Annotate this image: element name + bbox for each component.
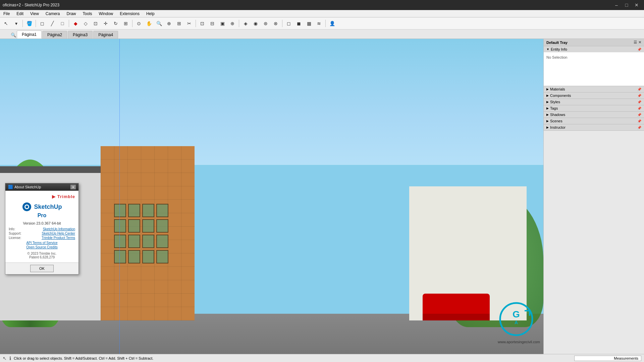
tab-page4[interactable]: Página4 xyxy=(93,31,118,39)
toolbar: ↖ ▾ 🪣 ◻ ╱ □ ◆ ◇ ⊡ ✛ ↻ ⊞ ⊙ ✋ 🔍 ⊕ ⊞ ✂ ⊡ ⊟ … xyxy=(0,17,644,29)
window-8 xyxy=(156,219,168,233)
scene-windows xyxy=(114,204,168,263)
pan-tool[interactable]: ✋ xyxy=(144,19,154,28)
orbit-tool[interactable]: ⊙ xyxy=(134,19,144,28)
zoom-extents-tool[interactable]: ⊞ xyxy=(174,19,184,28)
about-support-row: Support: SketchUp Help Center xyxy=(9,232,75,235)
sketchup-logo-icon xyxy=(22,202,32,212)
scale-tool[interactable]: ⊡ xyxy=(91,19,100,28)
component-tool[interactable]: ⊡ xyxy=(198,19,207,28)
extension-manager-tool[interactable]: ⊕ xyxy=(228,19,237,28)
menu-draw[interactable]: Draw xyxy=(63,10,79,17)
scene-building-roof xyxy=(0,166,104,173)
move-tool[interactable]: ✛ xyxy=(101,19,110,28)
styles-header[interactable]: ▶ Styles 📌 xyxy=(544,99,644,105)
tab-page2[interactable]: Página2 xyxy=(42,31,67,39)
tags-header[interactable]: ▶ Tags 📌 xyxy=(544,105,644,111)
about-version: Version 23.0.367 64-bit xyxy=(9,221,75,225)
offset-tool[interactable]: ⊞ xyxy=(121,19,130,28)
solid-tools-4[interactable]: ⊗ xyxy=(271,19,280,28)
style-mode-4[interactable]: ≋ xyxy=(314,19,324,28)
entity-info-label: Entity Info xyxy=(551,47,567,51)
style-mode-2[interactable]: ◼ xyxy=(294,19,304,28)
window-3 xyxy=(142,204,154,217)
section-cut-tool[interactable]: ✂ xyxy=(184,19,194,28)
style-mode-3[interactable]: ▦ xyxy=(304,19,314,28)
instructor-header[interactable]: ▶ Instructor 📌 xyxy=(544,124,644,130)
toolbar-separator-1 xyxy=(22,20,23,27)
paint-bucket-tool[interactable]: 🪣 xyxy=(24,19,34,28)
about-info-row: Info: SketchUp Information xyxy=(9,227,75,231)
menu-edit[interactable]: Edit xyxy=(13,10,27,17)
about-support-label: Support: xyxy=(9,232,21,235)
line-tool[interactable]: ╱ xyxy=(48,19,57,28)
about-license-link[interactable]: Trimble Product Terms xyxy=(42,236,75,240)
maximize-button[interactable]: □ xyxy=(622,2,631,8)
about-close-button[interactable]: ✕ xyxy=(70,185,76,189)
close-button[interactable]: ✕ xyxy=(632,2,641,8)
push-pull-tool[interactable]: ◆ xyxy=(71,19,80,28)
zoom-tool[interactable]: 🔍 xyxy=(154,19,164,28)
shadows-pin-icon[interactable]: 📌 xyxy=(637,113,641,117)
materials-section: ▶ Materials 📌 xyxy=(544,86,644,93)
menu-view[interactable]: View xyxy=(27,10,42,17)
components-section: ▶ Components 📌 xyxy=(544,93,644,99)
solid-tools-2[interactable]: ◉ xyxy=(251,19,260,28)
components-pin-icon[interactable]: 📌 xyxy=(637,94,641,98)
search-icon: 🔍 xyxy=(10,31,17,39)
rotate-tool[interactable]: ↻ xyxy=(111,19,120,28)
scenes-pin-icon[interactable]: 📌 xyxy=(637,119,641,123)
about-info-link[interactable]: SketchUp Information xyxy=(43,227,75,231)
solid-tools-3[interactable]: ⊛ xyxy=(261,19,270,28)
toolbar-separator-3 xyxy=(69,20,69,27)
tab-page1[interactable]: Página1 xyxy=(17,31,42,39)
viewport[interactable]: G A www.aportesingecivil.com 🟦 About Ske… xyxy=(0,39,543,354)
entity-info-header[interactable]: ▼ Entity Info 📌 xyxy=(544,46,644,52)
guide-line xyxy=(119,39,120,354)
status-cursor-icon: ↖ xyxy=(3,356,7,361)
shadows-header[interactable]: ▶ Shadows 📌 xyxy=(544,112,644,118)
style-mode-1[interactable]: ◻ xyxy=(284,19,293,28)
tray-menu-btn[interactable]: ☰ xyxy=(634,40,637,45)
select-options[interactable]: ▾ xyxy=(11,19,21,28)
about-info-label: Info: xyxy=(9,227,15,231)
tags-pin-icon[interactable]: 📌 xyxy=(637,107,641,110)
about-api-link[interactable]: API Terms of Service xyxy=(9,241,75,245)
materials-pin-icon[interactable]: 📌 xyxy=(637,87,641,91)
about-ok-button[interactable]: OK xyxy=(30,265,54,272)
menu-extensions[interactable]: Extensions xyxy=(116,10,143,17)
styles-pin-icon[interactable]: 📌 xyxy=(637,100,641,104)
sandbox-tool[interactable]: ⊟ xyxy=(208,19,217,28)
instructor-section: ▶ Instructor 📌 xyxy=(544,124,644,131)
menu-window[interactable]: Window xyxy=(96,10,117,17)
minimize-button[interactable]: – xyxy=(612,2,621,8)
menu-help[interactable]: Help xyxy=(143,10,158,17)
about-oss-link[interactable]: Open Source Credits xyxy=(9,245,75,249)
scenes-header[interactable]: ▶ Scenes 📌 xyxy=(544,118,644,124)
entity-info-pin-icon[interactable]: 📌 xyxy=(637,48,641,51)
menu-tools[interactable]: Tools xyxy=(79,10,96,17)
profile-tool[interactable]: 👤 xyxy=(327,19,337,28)
tags-expand-icon: ▶ xyxy=(546,107,549,110)
menu-camera[interactable]: Camera xyxy=(42,10,63,17)
about-app-icon: 🟦 xyxy=(8,185,13,189)
zoom-window-tool[interactable]: ⊕ xyxy=(164,19,174,28)
materials-header[interactable]: ▶ Materials 📌 xyxy=(544,86,644,92)
eraser-tool[interactable]: ◻ xyxy=(38,19,47,28)
instructor-pin-icon[interactable]: 📌 xyxy=(637,126,641,129)
follow-me-tool[interactable]: ◇ xyxy=(81,19,90,28)
tray-close-btn[interactable]: ✕ xyxy=(638,40,641,45)
select-tool[interactable]: ↖ xyxy=(1,19,11,28)
toolbar-separator-2 xyxy=(36,20,36,27)
about-logo-area: SketchUp Pro xyxy=(9,202,75,219)
solid-tools-1[interactable]: ◈ xyxy=(241,19,250,28)
about-support-link[interactable]: SketchUp Help Center xyxy=(42,232,75,235)
shape-tool[interactable]: □ xyxy=(58,19,67,28)
tab-page3[interactable]: Página3 xyxy=(68,31,93,39)
scenes-section: ▶ Scenes 📌 xyxy=(544,118,644,124)
3d-warehouse-tool[interactable]: ▣ xyxy=(218,19,227,28)
toolbar-separator-7 xyxy=(282,20,282,27)
menu-file[interactable]: File xyxy=(0,10,13,17)
about-footer: OK xyxy=(5,262,78,274)
components-header[interactable]: ▶ Components 📌 xyxy=(544,93,644,99)
